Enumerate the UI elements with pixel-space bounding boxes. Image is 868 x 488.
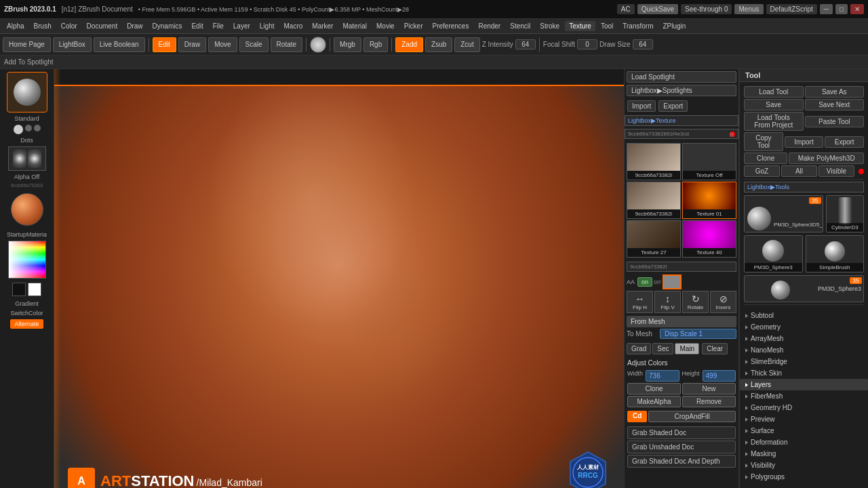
remove-button[interactable]: Remove	[682, 396, 736, 407]
preview-item[interactable]: Preview	[740, 413, 868, 425]
crop-and-fill-button[interactable]: CropAndFill	[648, 411, 736, 422]
menu-zplugin[interactable]: ZPlugin	[659, 21, 690, 31]
lightbox-button[interactable]: LightBox	[53, 37, 92, 52]
lightbox-spotlights-btn[interactable]: Lightbox▶Spotlights	[627, 85, 736, 96]
texture-thumb-2[interactable]: 9ccb66a73382l	[627, 182, 681, 219]
all-button[interactable]: All	[781, 165, 817, 177]
menu-document[interactable]: Document	[83, 21, 122, 31]
menu-file[interactable]: File	[209, 21, 228, 31]
polygroups-item[interactable]: Polygroups	[740, 471, 868, 483]
menu-layer[interactable]: Layer	[229, 21, 254, 31]
disp-scale-value[interactable]: Disp Scale 1	[660, 329, 736, 339]
zsub-button[interactable]: Zsub	[425, 37, 452, 52]
z-intensity-value[interactable]: 64	[515, 39, 536, 49]
menu-macro[interactable]: Macro	[280, 21, 307, 31]
draw-button[interactable]: Draw	[178, 37, 206, 52]
menu-color[interactable]: Color	[57, 21, 81, 31]
menu-edit[interactable]: Edit	[187, 21, 207, 31]
grad-button[interactable]: Grad	[627, 343, 651, 354]
import-button[interactable]: Import	[627, 100, 656, 112]
masking-item[interactable]: Masking	[740, 448, 868, 460]
dot-2[interactable]	[25, 125, 32, 131]
maximize-button[interactable]: □	[835, 4, 848, 14]
zcut-button[interactable]: Zcut	[454, 37, 479, 52]
thickskin-item[interactable]: Thick Skin	[740, 367, 868, 379]
clone-button[interactable]: Clone	[627, 383, 681, 394]
visibility-item[interactable]: Visibility	[740, 460, 868, 471]
geometry-item[interactable]: Geometry	[740, 321, 868, 333]
clone-right-button[interactable]: Clone	[744, 152, 787, 164]
tool-simplebrush[interactable]: SimpleBrush	[806, 235, 865, 272]
import-right-button[interactable]: Import	[785, 136, 824, 148]
rotate-button[interactable]: Rotate	[271, 37, 302, 52]
deformation-item[interactable]: Deformation	[740, 436, 868, 448]
make-polymesh3d-button[interactable]: Make PolyMesh3D	[789, 152, 864, 164]
save-next-button[interactable]: Save Next	[805, 99, 865, 110]
brush-selector[interactable]	[7, 72, 47, 113]
paste-tool-button[interactable]: Paste Tool	[805, 116, 865, 127]
tool-pm3d-sphere3-1[interactable]: PM3D_Sphere3	[744, 235, 803, 272]
tool-cylinderd3[interactable]: CylinderD3	[826, 195, 864, 232]
makealpha-button[interactable]: MakeAlpha	[627, 396, 681, 407]
clear-button[interactable]: Clear	[702, 343, 728, 354]
switch-color-btn[interactable]: SwitchColor	[10, 310, 43, 317]
menu-marker[interactable]: Marker	[308, 21, 337, 31]
load-tools-from-project-button[interactable]: Load Tools From Project	[744, 112, 804, 131]
move-button[interactable]: Move	[208, 37, 237, 52]
on-button[interactable]: on	[637, 277, 652, 287]
rotate-btn[interactable]: ↻ Rotate	[682, 291, 709, 313]
lightbox-texture-path[interactable]: Lightbox▶Texture	[625, 115, 738, 126]
goz-button[interactable]: GoZ	[744, 165, 780, 177]
fibermesh-item[interactable]: FiberMesh	[740, 390, 868, 402]
alternate-button[interactable]: Alternate	[10, 319, 43, 329]
edit-button[interactable]: Edit	[153, 37, 176, 52]
invers-btn[interactable]: ⊘ Invers	[710, 291, 736, 313]
minimize-button[interactable]: ─	[820, 4, 833, 14]
texture-27-thumb[interactable]: Texture 27	[627, 220, 681, 258]
visible-button[interactable]: Visible	[818, 165, 854, 177]
surface-item[interactable]: Surface	[740, 425, 868, 436]
gradient-preview[interactable]	[12, 283, 41, 296]
menu-tool[interactable]: Tool	[597, 21, 617, 31]
menus-button[interactable]: Menus	[734, 4, 763, 14]
geometry-hd-item[interactable]: Geometry HD	[740, 402, 868, 413]
tool-pm3d-sphere3-2[interactable]: PM3D_Sphere3 35	[744, 275, 864, 302]
width-value[interactable]: 736	[646, 370, 679, 382]
menu-alpha[interactable]: Alpha	[3, 21, 28, 31]
mrgb-button[interactable]: Mrgb	[334, 37, 361, 52]
active-tile[interactable]	[663, 274, 682, 289]
menu-dynamics[interactable]: Dynamics	[149, 21, 186, 31]
subtool-item[interactable]: Subtool	[740, 310, 868, 321]
texture-40-thumb[interactable]: Texture 40	[682, 220, 736, 258]
main-button[interactable]: Main	[675, 343, 699, 354]
grab-unshaded-doc-button[interactable]: Grab Unshaded Doc	[627, 441, 736, 453]
copy-tool-button[interactable]: Copy Tool	[744, 132, 783, 151]
menu-stencil[interactable]: Stencil	[506, 21, 534, 31]
flip-v-btn[interactable]: ↕ Flip V	[654, 291, 681, 313]
menu-texture[interactable]: Texture	[565, 21, 595, 31]
texture-off-thumb[interactable]: Texture Off	[682, 143, 736, 180]
live-boolean-button[interactable]: Live Boolean	[94, 37, 145, 52]
grab-shaded-doc-button[interactable]: Grab Shaded Doc	[627, 426, 736, 439]
menu-brush[interactable]: Brush	[30, 21, 56, 31]
grab-shaded-doc-depth-button[interactable]: Grab Shaded Doc And Depth	[627, 455, 736, 468]
menu-material[interactable]: Material	[338, 21, 371, 31]
menu-movie[interactable]: Movie	[372, 21, 399, 31]
defaultzscript-button[interactable]: DefaultZScript	[766, 4, 817, 14]
save-as-button[interactable]: Save As	[805, 86, 865, 98]
close-button[interactable]: ✕	[850, 4, 864, 14]
dot-3[interactable]	[34, 125, 41, 131]
dot-1[interactable]	[14, 125, 23, 134]
material-sphere[interactable]	[11, 193, 43, 226]
scale-button[interactable]: Scale	[239, 37, 269, 52]
menu-light[interactable]: Light	[256, 21, 279, 31]
arraymesh-item[interactable]: ArrayMesh	[740, 333, 868, 344]
menu-preferences[interactable]: Preferences	[428, 21, 473, 31]
sec-button[interactable]: Sec	[652, 343, 673, 354]
height-value[interactable]: 499	[703, 370, 736, 382]
zadd-button[interactable]: Zadd	[395, 37, 423, 52]
seethrough-button[interactable]: See-through 0	[681, 4, 732, 14]
nanomesh-item[interactable]: NanoMesh	[740, 344, 868, 356]
save-button[interactable]: Save	[744, 99, 804, 110]
rgb-button[interactable]: Rgb	[363, 37, 388, 52]
